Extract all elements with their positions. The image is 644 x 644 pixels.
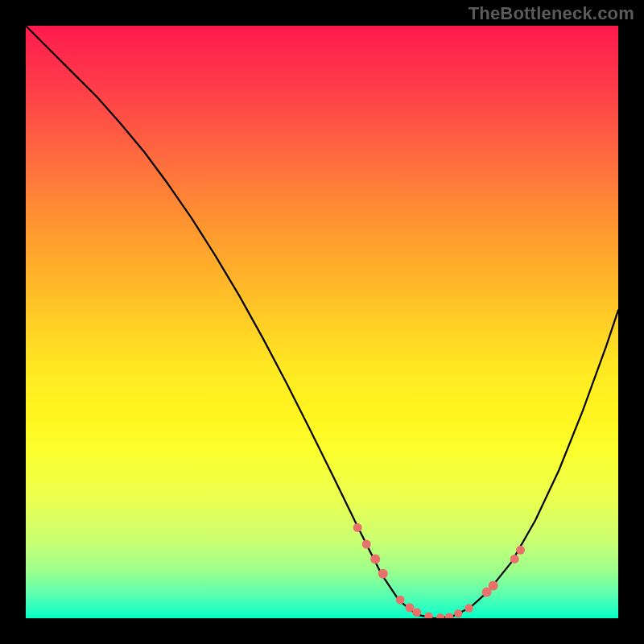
scatter-dot — [516, 546, 525, 555]
scatter-dot — [378, 569, 388, 579]
chart-frame: { "watermark": "TheBottleneck.com", "col… — [0, 0, 644, 644]
scatter-dot — [436, 613, 444, 618]
scatter-dot — [464, 604, 473, 612]
scatter-dot — [454, 609, 462, 617]
scatter-dot — [370, 554, 380, 564]
scatter-dot — [424, 613, 432, 618]
scatter-dot — [353, 523, 362, 532]
chart-svg — [26, 26, 618, 618]
scatter-dot — [362, 540, 371, 549]
bottleneck-curve — [26, 26, 618, 618]
watermark-text: TheBottleneck.com — [469, 3, 634, 24]
plot-area — [26, 26, 618, 618]
scatter-dot — [510, 555, 519, 564]
scatter-dot — [489, 581, 498, 591]
scatter-dot — [412, 608, 421, 617]
scatter-dot — [445, 613, 453, 618]
scatter-dot — [396, 596, 405, 605]
